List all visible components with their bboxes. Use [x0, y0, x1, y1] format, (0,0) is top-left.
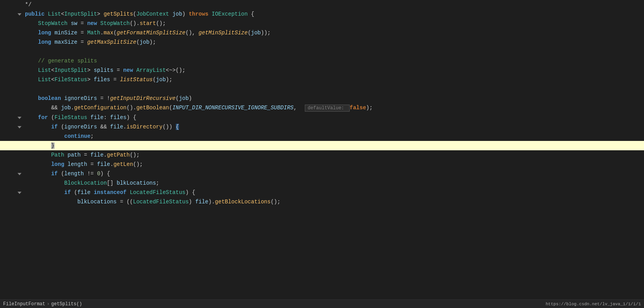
token-plain: ) [182, 11, 189, 17]
token-plain: = ! [97, 95, 110, 101]
line-row: // generate splits [0, 56, 644, 66]
fold-icon[interactable] [18, 192, 21, 194]
token-param: length [64, 171, 84, 177]
line-number [0, 150, 16, 160]
line-number [0, 188, 16, 197]
token-italic-method: getMaxSplitSize [87, 39, 136, 45]
fold-gutter [16, 84, 23, 94]
line-number [0, 28, 16, 37]
token-plain: (); [156, 20, 166, 27]
token-plain: ( [48, 114, 55, 121]
token-param: length [67, 161, 87, 167]
token-plain [64, 161, 67, 167]
fold-gutter [16, 150, 23, 160]
token-type: List [38, 77, 51, 83]
line-row: if (length != 0) { [0, 169, 644, 178]
token-plain: ). [209, 199, 215, 205]
token-param: file [195, 199, 209, 205]
fold-gutter [16, 141, 23, 150]
line-number [0, 47, 16, 56]
token-plain: (); [133, 161, 143, 167]
fold-icon[interactable] [18, 126, 21, 128]
fold-icon[interactable] [18, 117, 21, 119]
token-param: job [61, 105, 71, 111]
line-row: List<InputSplit> splits = new ArrayList<… [0, 66, 644, 75]
token-plain: (); [271, 199, 280, 205]
token-param: file [77, 189, 90, 196]
breadcrumb-file[interactable]: FileInputFormat [3, 301, 45, 307]
token-plain: , [294, 105, 303, 111]
token-type: LocatedFileStatus [130, 189, 186, 196]
token-plain: . [71, 105, 74, 111]
line-content: for (FileStatus file: files) { [23, 113, 644, 122]
line-row: && job.getConfiguration().getBoolean(INP… [0, 103, 644, 113]
token-kw: for [38, 114, 48, 121]
token-type: StopWatch [100, 20, 130, 27]
token-plain: > [87, 67, 94, 73]
fold-icon[interactable] [18, 173, 21, 175]
code-scroll[interactable]: */public List<InputSplit> getSplits(JobC… [0, 0, 644, 299]
token-plain: && [51, 105, 61, 111]
line-content: List<FileStatus> files = listStatus(job)… [23, 75, 644, 84]
token-plain: . [110, 161, 113, 167]
token-method: getLen [113, 161, 133, 167]
token-plain: = [77, 20, 87, 27]
line-row: if (ignoreDirs && file.isDirectory()) { [0, 122, 644, 132]
token-type: List [38, 67, 51, 73]
fold-gutter [16, 169, 23, 178]
token-plain: ; [156, 180, 159, 186]
token-plain: (). [126, 105, 136, 111]
line-row: long minSize = Math.max(getFormatMinSpli… [0, 28, 644, 37]
token-plain [51, 30, 54, 36]
token-plain: ); [366, 105, 373, 111]
token-method: getConfiguration [74, 105, 126, 111]
line-number [0, 75, 16, 84]
status-url: https://blog.csdn.net/lv_java_1/1/i/1 [546, 302, 641, 306]
token-plain: ); [166, 77, 172, 83]
token-type: FileStatus [55, 114, 87, 121]
line-content: StopWatch sw = new StopWatch().start(); [23, 19, 644, 28]
token-param: files [110, 114, 126, 121]
token-type: BlockLocation [64, 180, 107, 186]
token-plain: (); [130, 152, 140, 158]
token-param: job [179, 95, 189, 101]
token-plain: (), [186, 30, 199, 36]
token-plain: < [61, 11, 64, 17]
token-param: blkLocations [117, 180, 156, 186]
token-type: ArrayList [136, 67, 166, 73]
token-plain: ) { [127, 114, 136, 121]
token-plain: ) [189, 95, 192, 101]
token-plain: ( [71, 189, 78, 196]
breadcrumb-method[interactable]: getSplits() [51, 301, 82, 307]
line-row: boolean ignoreDirs = !getInputDirRecursi… [0, 94, 644, 103]
token-plain: ) { [186, 189, 195, 196]
token-bool-val: false [350, 105, 366, 111]
fold-gutter [16, 37, 23, 47]
token-plain: = [110, 77, 120, 83]
line-row [0, 47, 644, 56]
token-type: Path [51, 152, 64, 158]
selected-brace: { [176, 124, 179, 130]
token-kw: public [25, 11, 44, 17]
line-row: } [0, 141, 644, 150]
token-method: getBlockLocations [215, 199, 271, 205]
fold-icon[interactable] [18, 13, 21, 16]
token-param: file [90, 114, 104, 121]
token-kw: if [51, 171, 58, 177]
code-area: */public List<InputSplit> getSplits(JobC… [0, 0, 644, 299]
token-plain: ( [136, 39, 140, 45]
line-number [0, 160, 16, 169]
token-kw: long [38, 39, 51, 45]
cursor-position: } [51, 142, 54, 149]
token-comment: // generate splits [38, 58, 97, 64]
token-plain: != [84, 171, 97, 177]
line-content [23, 84, 644, 94]
token-param: sw [71, 20, 78, 27]
token-type: Math [87, 30, 101, 36]
line-row: blkLocations = ((LocatedFileStatus) file… [0, 197, 644, 207]
token-kw: instanceof [94, 189, 126, 196]
fold-gutter [16, 66, 23, 75]
fold-gutter [16, 197, 23, 207]
line-content: Path path = file.getPath(); [23, 150, 644, 160]
token-kw: boolean [38, 95, 61, 101]
